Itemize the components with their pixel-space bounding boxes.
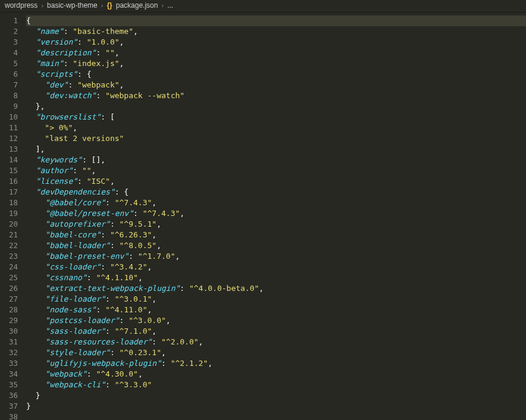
line-number: 29 <box>4 315 18 326</box>
code-line[interactable]: "license": "ISC", <box>26 176 526 187</box>
chevron-right-icon: › <box>161 2 164 9</box>
crumb-root[interactable]: wordpress <box>5 1 37 10</box>
line-number: 20 <box>4 219 18 230</box>
line-number: 18 <box>4 198 18 208</box>
line-number: 32 <box>4 347 18 358</box>
code-line[interactable]: "uglifyjs-webpack-plugin": "^2.1.2", <box>26 358 526 369</box>
line-number: 4 <box>4 48 18 58</box>
line-number: 12 <box>4 133 18 144</box>
line-number: 23 <box>4 251 18 262</box>
line-number: 26 <box>4 283 18 294</box>
chevron-right-icon: › <box>101 2 104 9</box>
line-number: 13 <box>4 144 18 155</box>
code-line[interactable] <box>26 412 526 420</box>
line-number: 25 <box>4 272 18 283</box>
code-line[interactable]: "cssnano": "^4.1.10", <box>26 272 526 283</box>
line-number: 27 <box>4 294 18 305</box>
line-number: 31 <box>4 337 18 347</box>
code-line[interactable]: "@babel/core": "^7.4.3", <box>26 198 526 208</box>
line-number: 10 <box>4 112 18 123</box>
code-area[interactable]: { "name": "basic-theme", "version": "1.0… <box>24 12 526 420</box>
line-number: 38 <box>4 412 18 420</box>
code-line[interactable]: "name": "basic-theme", <box>26 26 526 37</box>
breadcrumb[interactable]: wordpress › basic-wp-theme › {} package.… <box>0 0 526 12</box>
code-line[interactable]: "dev": "webpack", <box>26 80 526 90</box>
code-line[interactable]: "node-sass": "^4.11.0", <box>26 305 526 315</box>
code-line[interactable]: "style-loader": "^0.23.1", <box>26 347 526 358</box>
code-line[interactable]: { <box>26 15 526 26</box>
line-number: 37 <box>4 401 18 412</box>
code-line[interactable]: "postcss-loader": "^3.0.0", <box>26 315 526 326</box>
crumb-more[interactable]: ... <box>167 1 173 10</box>
line-number-gutter: 1234567891011121314151617181920212223242… <box>0 12 24 420</box>
crumb-file[interactable]: package.json <box>116 1 158 10</box>
code-line[interactable]: "version": "1.0.0", <box>26 37 526 48</box>
line-number: 1 <box>4 15 18 26</box>
code-line[interactable]: } <box>26 401 526 412</box>
line-number: 6 <box>4 69 18 80</box>
chevron-right-icon: › <box>41 2 43 9</box>
line-number: 35 <box>4 380 18 390</box>
code-line[interactable]: "webpack-cli": "^3.3.0" <box>26 380 526 390</box>
editor[interactable]: 1234567891011121314151617181920212223242… <box>0 12 526 420</box>
line-number: 3 <box>4 37 18 48</box>
line-number: 34 <box>4 369 18 380</box>
code-line[interactable]: "@babel/preset-env": "^7.4.3", <box>26 208 526 219</box>
line-number: 9 <box>4 101 18 112</box>
code-line[interactable]: "webpack": "^4.30.0", <box>26 369 526 380</box>
line-number: 36 <box>4 390 18 401</box>
code-line[interactable]: "babel-loader": "^8.0.5", <box>26 240 526 251</box>
code-line[interactable]: "last 2 versions" <box>26 133 526 144</box>
code-line[interactable]: "devDependencies": { <box>26 187 526 198</box>
line-number: 17 <box>4 187 18 198</box>
line-number: 16 <box>4 176 18 187</box>
code-line[interactable]: "css-loader": "^3.4.2", <box>26 262 526 272</box>
code-line[interactable]: "keywords": [], <box>26 155 526 165</box>
line-number: 2 <box>4 26 18 37</box>
line-number: 8 <box>4 90 18 101</box>
code-line[interactable]: "author": "", <box>26 165 526 176</box>
line-number: 11 <box>4 123 18 133</box>
code-line[interactable]: "browserslist": [ <box>26 112 526 123</box>
code-line[interactable]: "file-loader": "^3.0.1", <box>26 294 526 305</box>
code-line[interactable]: "babel-preset-env": "^1.7.0", <box>26 251 526 262</box>
line-number: 14 <box>4 155 18 165</box>
line-number: 28 <box>4 305 18 315</box>
code-line[interactable]: }, <box>26 101 526 112</box>
code-line[interactable]: "main": "index.js", <box>26 58 526 69</box>
code-line[interactable]: "babel-core": "^6.26.3", <box>26 230 526 240</box>
code-line[interactable]: "extract-text-webpack-plugin": "^4.0.0-b… <box>26 283 526 294</box>
code-line[interactable]: "> 0%", <box>26 123 526 133</box>
code-line[interactable]: "autoprefixer": "^9.5.1", <box>26 219 526 230</box>
line-number: 30 <box>4 326 18 337</box>
line-number: 22 <box>4 240 18 251</box>
code-line[interactable]: "dev:watch": "webpack --watch" <box>26 90 526 101</box>
crumb-folder[interactable]: basic-wp-theme <box>47 1 98 10</box>
code-line[interactable]: "scripts": { <box>26 69 526 80</box>
code-line[interactable]: "sass-resources-loader": "^2.0.0", <box>26 337 526 347</box>
code-line[interactable]: } <box>26 390 526 401</box>
line-number: 7 <box>4 80 18 90</box>
line-number: 21 <box>4 230 18 240</box>
line-number: 33 <box>4 358 18 369</box>
line-number: 15 <box>4 165 18 176</box>
code-line[interactable]: ], <box>26 144 526 155</box>
line-number: 5 <box>4 58 18 69</box>
line-number: 19 <box>4 208 18 219</box>
json-file-icon: {} <box>107 1 112 10</box>
code-line[interactable]: "description": "", <box>26 48 526 58</box>
code-line[interactable]: "sass-loader": "^7.1.0", <box>26 326 526 337</box>
line-number: 24 <box>4 262 18 272</box>
